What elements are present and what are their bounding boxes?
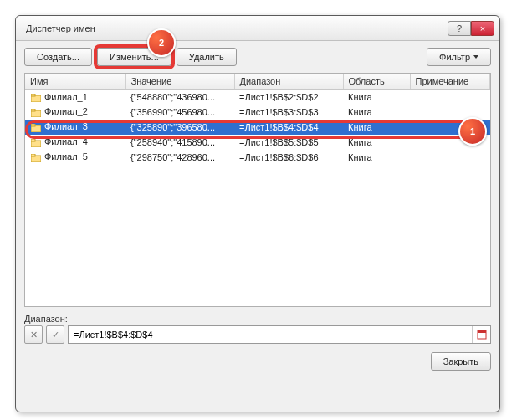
svg-rect-7 <box>31 139 35 141</box>
svg-rect-3 <box>31 109 35 111</box>
help-button[interactable]: ? <box>448 21 471 36</box>
cell <box>410 105 490 120</box>
cell: Книга <box>343 120 410 135</box>
close-button[interactable]: × <box>471 21 494 36</box>
check-icon: ✓ <box>52 330 59 341</box>
cell: Книга <box>343 90 410 105</box>
range-input-wrap <box>68 325 491 344</box>
window-title: Диспетчер имен <box>26 23 448 33</box>
cell: =Лист1!$B$5:$D$5 <box>234 135 343 150</box>
cell <box>410 90 490 105</box>
range-section: Диапазон: ✕ ✓ <box>24 314 491 344</box>
range-label: Диапазон: <box>24 314 491 324</box>
name-icon <box>30 106 42 116</box>
accept-range-button[interactable]: ✓ <box>46 325 64 344</box>
close-icon: × <box>480 23 485 33</box>
create-button[interactable]: Создать... <box>24 48 92 66</box>
spreadsheet-icon <box>477 330 487 340</box>
table-row[interactable]: Филиал_1{"548880";"436980...=Лист1!$B$2:… <box>25 90 490 105</box>
name-icon <box>30 121 42 131</box>
name-manager-dialog: Диспетчер имен ? × Создать... Изменить..… <box>15 15 500 412</box>
chevron-down-icon <box>473 55 478 59</box>
cell: {"548880";"436980... <box>125 90 234 105</box>
cell: =Лист1!$B$3:$D$3 <box>234 105 343 120</box>
cell: =Лист1!$B$2:$D$2 <box>234 90 343 105</box>
cell <box>410 150 490 165</box>
col-name[interactable]: Имя <box>25 74 125 90</box>
col-comment[interactable]: Примечание <box>410 74 490 90</box>
cell: =Лист1!$B$6:$D$6 <box>234 150 343 165</box>
table-row[interactable]: Филиал_2{"356990";"456980...=Лист1!$B$3:… <box>25 105 490 120</box>
col-scope[interactable]: Область <box>343 74 410 90</box>
svg-rect-1 <box>31 94 35 96</box>
dialog-footer: Закрыть <box>16 344 499 379</box>
cell: Филиал_5 <box>25 150 125 165</box>
callout-1: 1 <box>458 117 487 146</box>
cell: {"325890";"396580... <box>125 120 234 135</box>
cell: {"258940";"415890... <box>125 135 234 150</box>
table-row[interactable]: Филиал_4{"258940";"415890...=Лист1!$B$5:… <box>25 135 490 150</box>
range-input[interactable] <box>69 326 472 343</box>
callout-2: 2 <box>147 28 176 57</box>
cell: {"356990";"456980... <box>125 105 234 120</box>
table-row[interactable]: Филиал_5{"298750";"428960...=Лист1!$B$6:… <box>25 150 490 165</box>
cell: Книга <box>343 105 410 120</box>
col-value[interactable]: Значение <box>125 74 234 90</box>
cell: Филиал_1 <box>25 90 125 105</box>
table-row[interactable]: Филиал_3{"325890";"396580...=Лист1!$B$4:… <box>25 120 490 135</box>
table-header-row[interactable]: Имя Значение Диапазон Область Примечание <box>25 74 490 90</box>
delete-button[interactable]: Удалить <box>177 48 237 66</box>
help-icon: ? <box>457 23 462 33</box>
names-list[interactable]: Имя Значение Диапазон Область Примечание… <box>24 73 491 307</box>
col-range[interactable]: Диапазон <box>234 74 343 90</box>
cell: Филиал_2 <box>25 105 125 120</box>
svg-rect-11 <box>478 330 486 333</box>
name-icon <box>30 151 42 161</box>
collapse-dialog-button[interactable] <box>472 326 490 343</box>
svg-rect-9 <box>31 154 35 156</box>
toolbar: Создать... Изменить... Удалить Фильтр <box>16 41 499 73</box>
cell: Филиал_3 <box>25 120 125 135</box>
cancel-range-button[interactable]: ✕ <box>24 325 43 344</box>
cell: =Лист1!$B$4:$D$4 <box>234 120 343 135</box>
cell: Книга <box>343 135 410 150</box>
titlebar: Диспетчер имен ? × <box>16 16 499 41</box>
name-icon <box>30 92 42 102</box>
svg-rect-5 <box>31 124 35 126</box>
cell: Филиал_4 <box>25 135 125 150</box>
cell: {"298750";"428960... <box>125 150 234 165</box>
name-icon <box>30 136 42 146</box>
x-icon: ✕ <box>30 330 38 341</box>
close-dialog-button[interactable]: Закрыть <box>431 352 491 371</box>
filter-button[interactable]: Фильтр <box>427 48 491 66</box>
cell: Книга <box>343 150 410 165</box>
